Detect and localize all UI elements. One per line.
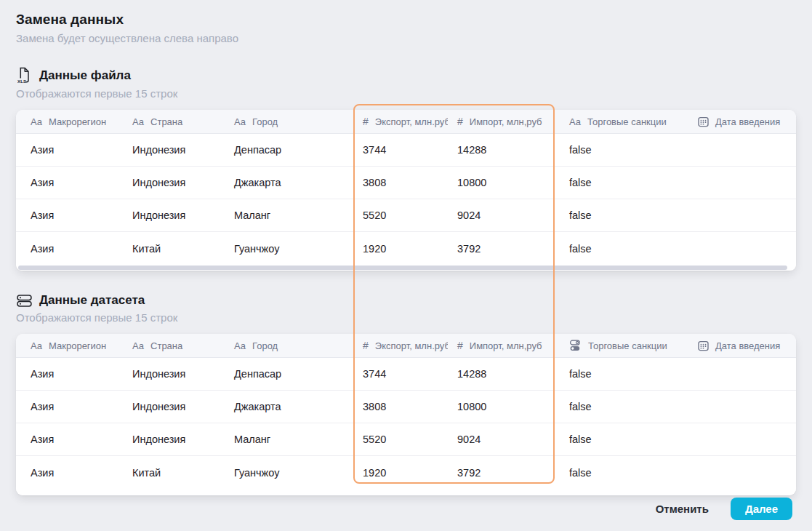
cell-city: Джакарта xyxy=(220,401,353,412)
cell-country: Индонезия xyxy=(118,144,220,156)
cell-import: 14288 xyxy=(448,144,555,156)
number-type-icon: # xyxy=(457,340,463,351)
cell-country: Индонезия xyxy=(118,368,220,380)
text-type-icon: Аа xyxy=(569,116,581,127)
cell-sanctions: false xyxy=(555,243,683,255)
dataset-table: АаМакрорегионАаСтранаАаГород#Экспорт, мл… xyxy=(16,334,796,495)
column-label: Макрорегион xyxy=(49,116,106,127)
cell-import: 10800 xyxy=(448,401,555,412)
cell-city: Гуанчжоу xyxy=(220,467,353,479)
cell-sanctions: false xyxy=(555,401,683,412)
table-header-row: АаМакрорегионАаСтранаАаГород#Экспорт, мл… xyxy=(16,334,796,358)
cell-macroregion: Азия xyxy=(16,209,118,221)
cell-sanctions: false xyxy=(555,467,683,479)
column-header-export: #Экспорт, млн.руб xyxy=(353,340,448,351)
column-header-sanctions: Торговые санкции xyxy=(555,340,683,351)
file-data-table: АаМакрорегионАаСтранаАаГород#Экспорт, мл… xyxy=(16,110,796,271)
column-header-import: #Импорт, млн,руб xyxy=(448,116,555,127)
cell-import: 3792 xyxy=(448,243,555,255)
svg-text:XLS: XLS xyxy=(17,79,26,84)
cell-city: Гуанчжоу xyxy=(220,243,353,255)
cell-city: Маланг xyxy=(220,434,353,445)
cell-sanctions: false xyxy=(555,434,683,445)
column-header-export: #Экспорт, млн.руб xyxy=(353,116,448,127)
cell-export: 5520 xyxy=(353,434,448,445)
cell-import: 14288 xyxy=(448,368,555,380)
column-label: Макрорегион xyxy=(49,340,106,351)
text-type-icon: Аа xyxy=(234,116,246,127)
number-type-icon: # xyxy=(363,116,369,127)
cell-macroregion: Азия xyxy=(16,467,118,479)
boolean-type-icon xyxy=(569,340,582,351)
cell-import: 9024 xyxy=(448,209,555,221)
column-header-city: АаГород xyxy=(220,116,353,127)
page-title: Замена данных xyxy=(16,12,796,28)
cell-country: Индонезия xyxy=(118,177,220,188)
column-header-import: #Импорт, млн,руб xyxy=(448,340,555,351)
table-row: АзияИндонезияДенпасар374414288false xyxy=(16,358,796,391)
text-type-icon: Аа xyxy=(234,340,246,351)
cell-macroregion: Азия xyxy=(16,401,118,412)
cell-city: Джакарта xyxy=(220,177,353,188)
cell-macroregion: Азия xyxy=(16,434,118,445)
column-label: Дата введения xyxy=(715,116,780,127)
cell-import: 9024 xyxy=(448,434,555,445)
section-subtitle-file: Отображаются первые 15 строк xyxy=(16,87,796,100)
cell-export: 3808 xyxy=(353,177,448,188)
column-label: Страна xyxy=(150,116,182,127)
cell-city: Маланг xyxy=(220,209,353,221)
table-row: АзияИндонезияМаланг55209024false xyxy=(16,199,796,232)
text-type-icon: Аа xyxy=(132,116,144,127)
table-row: АзияИндонезияДенпасар374414288false xyxy=(16,134,796,167)
column-header-city: АаГород xyxy=(220,340,353,351)
number-type-icon: # xyxy=(363,340,369,351)
cell-import: 3792 xyxy=(448,467,555,479)
column-label: Дата введения xyxy=(715,340,780,351)
column-label: Экспорт, млн.руб xyxy=(375,340,448,351)
section-title-file: Данные файла xyxy=(39,68,131,83)
table-row: АзияИндонезияДжакарта380810800false xyxy=(16,391,796,423)
table-row: АзияКитайГуанчжоу19203792false xyxy=(16,456,796,489)
cell-export: 3744 xyxy=(353,368,448,380)
file-data-section-header: XLS Данные файла xyxy=(16,67,796,84)
cell-sanctions: false xyxy=(555,368,683,380)
cell-country: Индонезия xyxy=(118,401,220,412)
column-label: Город xyxy=(252,340,278,351)
next-button[interactable]: Далее xyxy=(731,498,792,520)
table-row: АзияИндонезияМаланг55209024false xyxy=(16,423,796,456)
horizontal-scrollbar-thumb[interactable] xyxy=(18,266,787,270)
table-header-row: АаМакрорегионАаСтранаАаГород#Экспорт, мл… xyxy=(16,110,796,134)
section-subtitle-dataset: Отображаются первые 15 строк xyxy=(16,311,796,324)
calendar-type-icon xyxy=(698,116,709,127)
column-label: Торговые санкции xyxy=(587,116,667,127)
column-label: Торговые санкции xyxy=(588,340,667,351)
cell-city: Денпасар xyxy=(220,368,353,380)
page-subtitle: Замена будет осуществлена слева направо xyxy=(16,32,796,44)
dataset-icon xyxy=(16,295,32,307)
dataset-section-header: Данные датасета xyxy=(16,293,796,308)
horizontal-scrollbar-track xyxy=(16,265,796,271)
cell-sanctions: false xyxy=(555,144,683,156)
cell-export: 1920 xyxy=(353,467,448,479)
cancel-button[interactable]: Отменить xyxy=(653,498,712,519)
column-header-macroregion: АаМакрорегион xyxy=(16,340,118,351)
text-type-icon: Аа xyxy=(31,340,42,351)
cell-city: Денпасар xyxy=(220,144,353,156)
dialog-footer: Отменить Далее xyxy=(653,486,792,531)
table-row: АзияИндонезияДжакарта380810800false xyxy=(16,167,796,199)
cell-country: Индонезия xyxy=(118,434,220,445)
table-row: АзияКитайГуанчжоу19203792false xyxy=(16,232,796,265)
column-header-country: АаСтрана xyxy=(118,340,220,351)
cell-export: 3808 xyxy=(353,401,448,412)
column-label: Импорт, млн,руб xyxy=(470,340,542,351)
cell-export: 3744 xyxy=(353,144,448,156)
replace-data-dialog: Замена данных Замена будет осуществлена … xyxy=(0,0,812,531)
text-type-icon: Аа xyxy=(132,340,144,351)
cell-sanctions: false xyxy=(555,209,683,221)
cell-macroregion: Азия xyxy=(16,368,118,380)
column-label: Экспорт, млн.руб xyxy=(375,116,448,127)
xls-file-icon: XLS xyxy=(16,67,32,84)
column-label: Город xyxy=(252,116,278,127)
cell-export: 1920 xyxy=(353,243,448,255)
calendar-type-icon xyxy=(698,340,709,351)
